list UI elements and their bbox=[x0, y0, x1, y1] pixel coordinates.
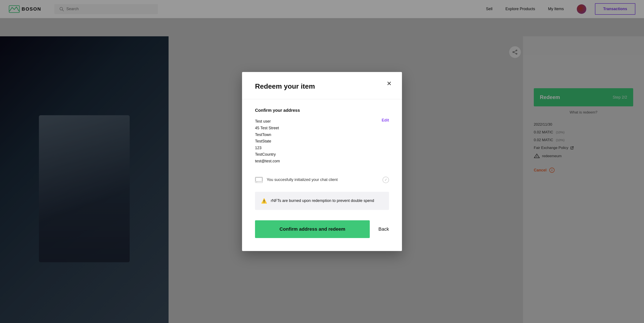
warning-box: ⚠️ rNFTs are burned upon redemption to p… bbox=[255, 192, 389, 210]
warning-icon: ⚠️ bbox=[261, 198, 267, 204]
chat-icon bbox=[255, 177, 263, 183]
chat-status-text: You succesfully initialized your chat cl… bbox=[267, 177, 378, 182]
modal-divider bbox=[242, 99, 402, 99]
modal-close-button[interactable]: ✕ bbox=[386, 81, 392, 87]
address-country: TestCountry bbox=[255, 151, 389, 158]
modal-actions: Confirm address and redeem Back bbox=[255, 220, 389, 238]
check-circle-icon: ✓ bbox=[382, 177, 389, 183]
address-zip: 123 bbox=[255, 145, 389, 151]
warning-text: rNFTs are burned upon redemption to prev… bbox=[271, 198, 374, 204]
confirm-redeem-button[interactable]: Confirm address and redeem bbox=[255, 220, 370, 238]
edit-address-link[interactable]: Edit bbox=[382, 118, 389, 123]
chat-status-row: You succesfully initialized your chat cl… bbox=[255, 173, 389, 187]
modal-section-label: Confirm your address bbox=[255, 108, 389, 113]
address-email: test@test.com bbox=[255, 158, 389, 165]
modal-overlay: Redeem your item ✕ Confirm your address … bbox=[0, 0, 644, 323]
back-button[interactable]: Back bbox=[378, 226, 389, 232]
address-street: 45 Test Street bbox=[255, 125, 389, 131]
address-state: TestState bbox=[255, 138, 389, 145]
address-name: Test user bbox=[255, 118, 389, 125]
address-block: Test user 45 Test Street TestTown TestSt… bbox=[255, 118, 389, 164]
modal-title: Redeem your item bbox=[255, 82, 389, 90]
address-town: TestTown bbox=[255, 131, 389, 138]
svg-rect-13 bbox=[256, 177, 262, 181]
modal: Redeem your item ✕ Confirm your address … bbox=[242, 72, 402, 251]
